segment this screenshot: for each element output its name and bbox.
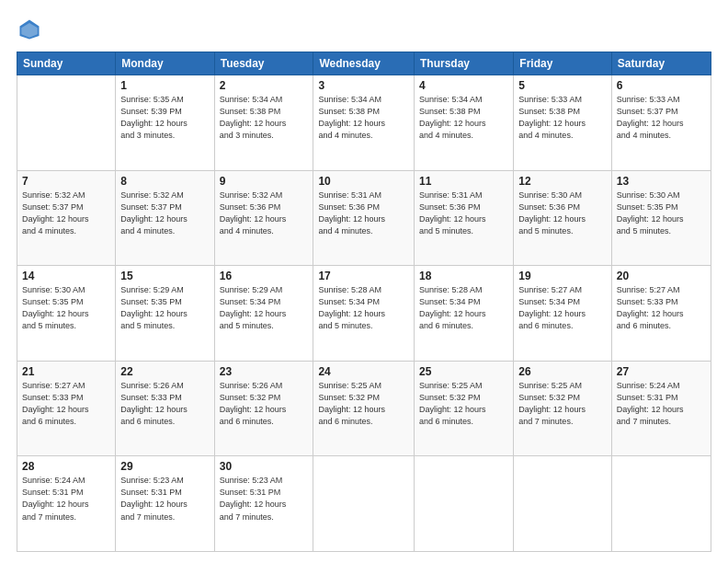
day-number: 18 <box>419 270 508 282</box>
calendar-cell: 23Sunrise: 5:26 AM Sunset: 5:32 PM Dayli… <box>214 361 313 456</box>
day-number: 1 <box>120 79 209 92</box>
day-number: 28 <box>22 460 110 473</box>
calendar-cell: 24Sunrise: 5:25 AM Sunset: 5:32 PM Dayli… <box>313 361 415 456</box>
day-number: 24 <box>318 365 409 378</box>
calendar-cell: 15Sunrise: 5:29 AM Sunset: 5:35 PM Dayli… <box>116 266 214 362</box>
day-info: Sunrise: 5:24 AM Sunset: 5:31 PM Dayligh… <box>22 475 110 523</box>
calendar-cell: 19Sunrise: 5:27 AM Sunset: 5:34 PM Dayli… <box>514 266 612 362</box>
calendar-cell: 1Sunrise: 5:35 AM Sunset: 5:39 PM Daylig… <box>116 75 214 171</box>
week-row-5: 28Sunrise: 5:24 AM Sunset: 5:31 PM Dayli… <box>17 456 711 552</box>
header <box>17 17 711 42</box>
day-info: Sunrise: 5:33 AM Sunset: 5:37 PM Dayligh… <box>617 94 706 142</box>
day-number: 30 <box>220 460 309 473</box>
calendar-cell <box>415 456 514 552</box>
day-info: Sunrise: 5:31 AM Sunset: 5:36 PM Dayligh… <box>419 190 508 237</box>
day-number: 13 <box>617 175 706 188</box>
day-number: 2 <box>220 79 309 92</box>
day-info: Sunrise: 5:30 AM Sunset: 5:35 PM Dayligh… <box>617 190 706 237</box>
calendar-cell: 25Sunrise: 5:25 AM Sunset: 5:32 PM Dayli… <box>415 361 514 456</box>
day-info: Sunrise: 5:35 AM Sunset: 5:39 PM Dayligh… <box>120 94 209 142</box>
day-info: Sunrise: 5:32 AM Sunset: 5:36 PM Dayligh… <box>220 190 309 237</box>
weekday-header-friday: Friday <box>514 52 612 75</box>
weekday-header-monday: Monday <box>116 52 214 75</box>
weekday-header-tuesday: Tuesday <box>214 52 313 75</box>
logo <box>17 17 46 42</box>
day-info: Sunrise: 5:33 AM Sunset: 5:38 PM Dayligh… <box>518 94 607 142</box>
day-number: 8 <box>120 175 209 188</box>
calendar-cell: 21Sunrise: 5:27 AM Sunset: 5:33 PM Dayli… <box>17 361 116 456</box>
day-number: 20 <box>617 270 706 282</box>
day-number: 3 <box>318 79 409 92</box>
calendar-cell: 22Sunrise: 5:26 AM Sunset: 5:33 PM Dayli… <box>116 361 214 456</box>
calendar-cell: 30Sunrise: 5:23 AM Sunset: 5:31 PM Dayli… <box>214 456 313 552</box>
day-info: Sunrise: 5:32 AM Sunset: 5:37 PM Dayligh… <box>120 190 209 237</box>
calendar-cell: 10Sunrise: 5:31 AM Sunset: 5:36 PM Dayli… <box>313 170 415 266</box>
calendar-cell: 26Sunrise: 5:25 AM Sunset: 5:32 PM Dayli… <box>514 361 612 456</box>
weekday-header-saturday: Saturday <box>611 52 711 75</box>
day-info: Sunrise: 5:26 AM Sunset: 5:33 PM Dayligh… <box>120 380 209 428</box>
calendar-cell: 27Sunrise: 5:24 AM Sunset: 5:31 PM Dayli… <box>611 361 711 456</box>
day-info: Sunrise: 5:34 AM Sunset: 5:38 PM Dayligh… <box>220 94 309 142</box>
calendar-cell: 11Sunrise: 5:31 AM Sunset: 5:36 PM Dayli… <box>415 170 514 266</box>
calendar-cell: 4Sunrise: 5:34 AM Sunset: 5:38 PM Daylig… <box>415 75 514 171</box>
calendar: SundayMondayTuesdayWednesdayThursdayFrid… <box>17 52 711 552</box>
day-info: Sunrise: 5:27 AM Sunset: 5:33 PM Dayligh… <box>22 380 110 428</box>
calendar-cell: 16Sunrise: 5:29 AM Sunset: 5:34 PM Dayli… <box>214 266 313 362</box>
day-info: Sunrise: 5:26 AM Sunset: 5:32 PM Dayligh… <box>220 380 309 428</box>
calendar-cell <box>17 75 116 171</box>
day-number: 21 <box>22 365 110 378</box>
calendar-cell <box>514 456 612 552</box>
day-number: 14 <box>22 270 110 282</box>
day-number: 4 <box>419 79 508 92</box>
calendar-cell <box>611 456 711 552</box>
calendar-cell: 14Sunrise: 5:30 AM Sunset: 5:35 PM Dayli… <box>17 266 116 362</box>
day-number: 23 <box>220 365 309 378</box>
page: SundayMondayTuesdayWednesdayThursdayFrid… <box>0 0 728 563</box>
day-number: 27 <box>617 365 706 378</box>
calendar-cell: 6Sunrise: 5:33 AM Sunset: 5:37 PM Daylig… <box>611 75 711 171</box>
week-row-1: 1Sunrise: 5:35 AM Sunset: 5:39 PM Daylig… <box>17 75 711 171</box>
logo-icon <box>17 17 42 42</box>
day-number: 9 <box>220 175 309 188</box>
calendar-cell: 29Sunrise: 5:23 AM Sunset: 5:31 PM Dayli… <box>116 456 214 552</box>
day-info: Sunrise: 5:29 AM Sunset: 5:35 PM Dayligh… <box>120 284 209 332</box>
day-info: Sunrise: 5:25 AM Sunset: 5:32 PM Dayligh… <box>318 380 409 428</box>
day-number: 16 <box>220 270 309 282</box>
calendar-cell: 5Sunrise: 5:33 AM Sunset: 5:38 PM Daylig… <box>514 75 612 171</box>
week-row-4: 21Sunrise: 5:27 AM Sunset: 5:33 PM Dayli… <box>17 361 711 456</box>
weekday-header-wednesday: Wednesday <box>313 52 415 75</box>
calendar-cell: 8Sunrise: 5:32 AM Sunset: 5:37 PM Daylig… <box>116 170 214 266</box>
week-row-3: 14Sunrise: 5:30 AM Sunset: 5:35 PM Dayli… <box>17 266 711 362</box>
day-info: Sunrise: 5:30 AM Sunset: 5:35 PM Dayligh… <box>22 284 110 332</box>
day-number: 5 <box>518 79 607 92</box>
calendar-cell: 20Sunrise: 5:27 AM Sunset: 5:33 PM Dayli… <box>611 266 711 362</box>
day-number: 10 <box>318 175 409 188</box>
day-number: 29 <box>120 460 209 473</box>
calendar-cell: 17Sunrise: 5:28 AM Sunset: 5:34 PM Dayli… <box>313 266 415 362</box>
calendar-cell: 9Sunrise: 5:32 AM Sunset: 5:36 PM Daylig… <box>214 170 313 266</box>
day-info: Sunrise: 5:32 AM Sunset: 5:37 PM Dayligh… <box>22 190 110 237</box>
day-info: Sunrise: 5:31 AM Sunset: 5:36 PM Dayligh… <box>318 190 409 237</box>
calendar-cell: 2Sunrise: 5:34 AM Sunset: 5:38 PM Daylig… <box>214 75 313 171</box>
day-number: 22 <box>120 365 209 378</box>
day-number: 6 <box>617 79 706 92</box>
day-info: Sunrise: 5:25 AM Sunset: 5:32 PM Dayligh… <box>518 380 607 428</box>
calendar-cell: 13Sunrise: 5:30 AM Sunset: 5:35 PM Dayli… <box>611 170 711 266</box>
day-info: Sunrise: 5:27 AM Sunset: 5:34 PM Dayligh… <box>518 284 607 332</box>
day-number: 12 <box>518 175 607 188</box>
day-info: Sunrise: 5:34 AM Sunset: 5:38 PM Dayligh… <box>318 94 409 142</box>
day-number: 7 <box>22 175 110 188</box>
day-info: Sunrise: 5:28 AM Sunset: 5:34 PM Dayligh… <box>419 284 508 332</box>
day-info: Sunrise: 5:34 AM Sunset: 5:38 PM Dayligh… <box>419 94 508 142</box>
calendar-cell: 12Sunrise: 5:30 AM Sunset: 5:36 PM Dayli… <box>514 170 612 266</box>
calendar-cell: 28Sunrise: 5:24 AM Sunset: 5:31 PM Dayli… <box>17 456 116 552</box>
day-info: Sunrise: 5:30 AM Sunset: 5:36 PM Dayligh… <box>518 190 607 237</box>
weekday-header-sunday: Sunday <box>17 52 116 75</box>
day-number: 26 <box>518 365 607 378</box>
calendar-cell <box>313 456 415 552</box>
day-info: Sunrise: 5:27 AM Sunset: 5:33 PM Dayligh… <box>617 284 706 332</box>
weekday-header-thursday: Thursday <box>415 52 514 75</box>
day-number: 17 <box>318 270 409 282</box>
day-number: 19 <box>518 270 607 282</box>
day-info: Sunrise: 5:25 AM Sunset: 5:32 PM Dayligh… <box>419 380 508 428</box>
